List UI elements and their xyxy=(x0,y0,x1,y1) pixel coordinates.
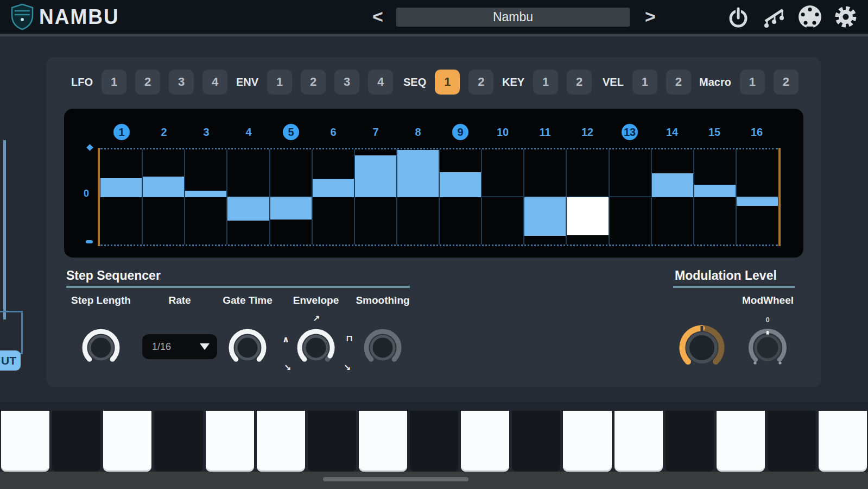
step-cell-15[interactable] xyxy=(694,149,737,244)
step-bar-15[interactable] xyxy=(694,185,736,197)
tab-env-2[interactable]: 2 xyxy=(301,70,326,95)
step-cell-7[interactable] xyxy=(355,149,397,244)
preset-prev-button[interactable]: < xyxy=(367,5,389,27)
piano-key-11-black[interactable] xyxy=(512,411,560,472)
step-bar-7[interactable] xyxy=(355,155,396,197)
step-bar-2[interactable] xyxy=(143,177,184,197)
midi-din-icon[interactable] xyxy=(797,4,822,29)
piano-key-2-black[interactable] xyxy=(52,411,100,472)
tab-group-label-seq: SEQ xyxy=(403,76,426,89)
piano-key-16-black[interactable] xyxy=(768,411,816,472)
range-top-marker xyxy=(86,144,93,151)
modwheel-knob[interactable] xyxy=(745,325,790,371)
step-bar-12[interactable] xyxy=(567,197,608,235)
smoothing-label: Smoothing xyxy=(354,294,411,306)
modulation-amount-knob[interactable] xyxy=(676,322,728,374)
out-port-badge[interactable]: UT xyxy=(0,350,21,371)
step-bar-14[interactable] xyxy=(652,173,693,197)
step-cell-10[interactable] xyxy=(482,149,524,244)
step-bar-16[interactable] xyxy=(737,197,778,206)
envelope-knob[interactable] xyxy=(294,326,338,369)
step-number-15: 15 xyxy=(693,124,736,140)
step-bar-11[interactable] xyxy=(524,197,566,236)
step-cell-9[interactable] xyxy=(440,149,482,244)
step-bar-plot[interactable] xyxy=(100,148,778,246)
preset-name-display[interactable]: Nambu xyxy=(396,8,630,27)
step-bar-1[interactable] xyxy=(100,178,142,197)
rate-value: 1/16 xyxy=(152,341,200,353)
tab-vel-1[interactable]: 1 xyxy=(632,70,657,95)
tab-macro-1[interactable]: 1 xyxy=(740,70,765,95)
piano-key-6-white[interactable] xyxy=(257,411,305,472)
step-bar-4[interactable] xyxy=(227,197,269,221)
step-length-knob[interactable] xyxy=(79,326,123,369)
piano-key-12-white[interactable] xyxy=(563,411,611,472)
step-bar-8[interactable] xyxy=(397,150,439,197)
piano-key-9-black[interactable] xyxy=(410,411,458,472)
step-number-11: 11 xyxy=(524,124,566,140)
step-number-row: 12345678910111213141516 xyxy=(100,124,778,140)
tab-lfo-3[interactable]: 3 xyxy=(169,70,194,95)
step-cell-13[interactable] xyxy=(610,149,652,244)
piano-key-5-white[interactable] xyxy=(206,411,254,472)
step-cell-5[interactable] xyxy=(270,149,313,244)
tab-seq-2[interactable]: 2 xyxy=(468,70,493,95)
arpeggio-notes-icon[interactable] xyxy=(762,4,787,29)
tab-seq-1[interactable]: 1 xyxy=(435,70,460,95)
piano-key-13-white[interactable] xyxy=(614,411,663,472)
piano-key-15-white[interactable] xyxy=(717,411,765,472)
step-cell-4[interactable] xyxy=(227,149,270,244)
step-cell-6[interactable] xyxy=(313,149,355,244)
top-bar-divider xyxy=(0,34,868,36)
env-shape-ramp-up-icon: ↗ xyxy=(313,314,320,324)
piano-key-14-black[interactable] xyxy=(666,411,714,472)
step-number-7: 7 xyxy=(354,124,397,140)
piano-key-10-white[interactable] xyxy=(461,411,509,472)
step-cell-3[interactable] xyxy=(185,149,227,244)
tab-vel-2[interactable]: 2 xyxy=(666,70,691,95)
step-cell-8[interactable] xyxy=(397,149,440,244)
loop-end-marker[interactable] xyxy=(778,148,781,246)
gate-time-knob[interactable] xyxy=(226,326,269,369)
step-bar-6[interactable] xyxy=(313,179,354,197)
tab-key-1[interactable]: 1 xyxy=(533,70,558,95)
tab-env-1[interactable]: 1 xyxy=(267,70,292,95)
tab-lfo-2[interactable]: 2 xyxy=(135,70,160,95)
step-bar-9[interactable] xyxy=(440,172,481,197)
step-bar-5[interactable] xyxy=(270,197,312,220)
tab-macro-2[interactable]: 2 xyxy=(774,70,799,95)
cutoff-module-outline xyxy=(0,311,23,354)
step-cell-14[interactable] xyxy=(652,149,694,244)
tab-env-3[interactable]: 3 xyxy=(334,70,359,95)
piano-keyboard xyxy=(0,402,868,472)
tab-lfo-1[interactable]: 1 xyxy=(102,70,126,95)
tab-lfo-4[interactable]: 4 xyxy=(202,70,227,95)
loop-start-marker[interactable] xyxy=(98,148,100,246)
gear-icon[interactable] xyxy=(833,4,858,29)
mod-cable-line xyxy=(3,140,6,319)
tab-key-2[interactable]: 2 xyxy=(567,70,592,95)
power-icon[interactable] xyxy=(726,4,751,29)
piano-key-7-black[interactable] xyxy=(308,411,356,472)
piano-key-17-white[interactable] xyxy=(819,411,867,472)
smoothing-knob[interactable] xyxy=(361,326,404,369)
keyboard-scrollbar-handle[interactable] xyxy=(323,477,468,481)
env-shape-square-icon: ⊓ xyxy=(346,333,353,343)
piano-key-1-white[interactable] xyxy=(1,411,49,472)
top-bar: NAMBU < Nambu > xyxy=(0,0,868,34)
step-cell-12[interactable] xyxy=(567,149,609,244)
piano-key-4-black[interactable] xyxy=(154,411,202,472)
tab-env-4[interactable]: 4 xyxy=(368,70,393,95)
rate-dropdown[interactable]: 1/16 xyxy=(142,334,217,359)
step-cell-11[interactable] xyxy=(524,149,567,244)
step-number-10: 10 xyxy=(481,124,524,140)
piano-key-3-white[interactable] xyxy=(103,411,151,472)
step-number-circle-9: 9 xyxy=(452,124,468,140)
step-cell-1[interactable] xyxy=(100,149,143,244)
piano-key-8-white[interactable] xyxy=(359,411,407,472)
step-length-label: Step Length xyxy=(68,294,134,306)
step-bar-3[interactable] xyxy=(185,191,226,197)
step-cell-2[interactable] xyxy=(143,149,185,244)
step-cell-16[interactable] xyxy=(737,149,778,244)
preset-next-button[interactable]: > xyxy=(639,5,661,27)
